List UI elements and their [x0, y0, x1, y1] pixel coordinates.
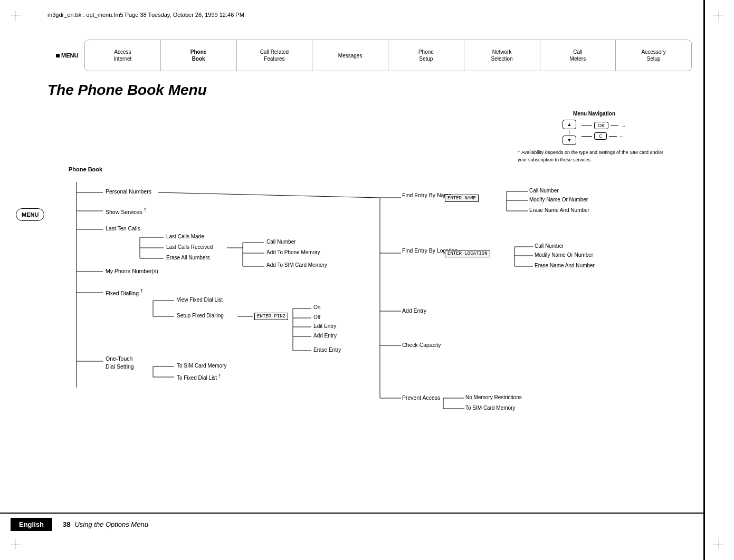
view-fixed-dial-node: View Fixed Dial List	[177, 297, 223, 303]
nav-item-accessory-setup[interactable]: AccessorySetup	[616, 40, 691, 71]
svg-line-48	[158, 192, 380, 198]
enter-location-btn[interactable]: ENTER LOCATION	[445, 250, 490, 257]
nav-ok-c-group: OK → C ←	[582, 122, 626, 140]
to-sim-card-memory-node: To SIM Card Memory	[177, 363, 226, 369]
ok-btn[interactable]: OK	[594, 122, 608, 129]
ok-line	[582, 125, 592, 126]
nav-item-phone-setup[interactable]: PhoneSetup	[388, 40, 464, 71]
check-capacity-node: Check Capacity	[402, 342, 441, 348]
ok-arrow-line	[611, 125, 618, 126]
erase-name-1-node: Erase Name And Number	[529, 207, 589, 213]
modify-name-1-node: Modify Name Or Number	[529, 197, 588, 202]
enter-name-btn[interactable]: ENTER NAME	[445, 195, 479, 202]
footer-language: English	[11, 518, 52, 531]
right-border	[703, 0, 705, 560]
corner-mark-br	[708, 534, 723, 549]
erase-name-2-node: Erase Name And Number	[535, 263, 595, 268]
add-entry-1-node: Add Entry	[313, 333, 337, 339]
last-calls-made-node: Last Calls Made	[166, 234, 204, 239]
diagram-area: MENU	[0, 156, 702, 435]
off-node: Off	[313, 314, 320, 320]
show-services-node: Show Services †	[106, 207, 146, 215]
edit-entry-node: Edit Entry	[313, 323, 336, 329]
menu-nav-title: Menu Navigation	[518, 111, 671, 117]
to-sim-card-memory-2-node: To SIM Card Memory	[465, 405, 515, 411]
nav-item-network-selection[interactable]: NetworkSelection	[464, 40, 540, 71]
corner-mark-tr	[708, 11, 723, 26]
nav-vertical-line	[569, 130, 569, 134]
last-ten-calls-node: Last Ten Calls	[106, 225, 140, 231]
footer: English 38 Using the Options Menu	[0, 513, 703, 531]
enter-pin2-btn[interactable]: ENTER PIN2	[254, 313, 288, 320]
call-number-3-node: Call Number	[535, 243, 564, 249]
modify-name-2-node: Modify Name Or Number	[535, 252, 593, 258]
setup-fixed-dialling-node: Setup Fixed Dialling	[177, 313, 224, 318]
fixed-dialling-node: Fixed Dialling †	[106, 288, 143, 296]
phone-book-label: Phone Book	[69, 166, 102, 172]
erase-entry-node: Erase Entry	[313, 347, 341, 353]
call-number-1-node: Call Number	[266, 239, 296, 245]
footer-description: Using the Options Menu	[74, 520, 148, 528]
c-arrow-icon: ←	[619, 133, 624, 139]
one-touch-dial-node: One-TouchDial Setting	[106, 355, 134, 370]
erase-all-numbers-node: Erase All Numbers	[166, 255, 210, 260]
find-entry-by-name-node: Find Entry By Name	[402, 191, 452, 199]
menu-square-icon	[56, 54, 60, 57]
corner-mark-tl	[11, 11, 26, 26]
add-to-sim-card-memory-node: Add To SIM Card Memory	[266, 262, 327, 268]
nav-item-call-meters[interactable]: CallMeters	[540, 40, 616, 71]
to-fixed-dial-list-node: To Fixed Dial List †	[177, 373, 221, 381]
c-line	[582, 136, 592, 137]
corner-mark-bl	[11, 534, 26, 549]
my-phone-number-node: My Phone Number(s)	[106, 268, 158, 274]
nav-item-messages[interactable]: Messages	[312, 40, 388, 71]
nav-up-btn[interactable]: ▲	[563, 120, 576, 129]
nav-down-btn[interactable]: ▼	[563, 136, 576, 145]
c-btn[interactable]: C	[594, 132, 607, 140]
footer-page-number: 38	[63, 520, 70, 528]
add-entry-2-node: Add Entry	[402, 307, 426, 314]
add-to-phone-memory-node: Add To Phone Memory	[266, 249, 320, 255]
nav-items: AccessInternet PhoneBook Call RelatedFea…	[85, 40, 691, 71]
on-node: On	[313, 304, 320, 310]
menu-button[interactable]: MENU	[16, 208, 44, 221]
nav-updown-group: ▲ ▼	[563, 120, 576, 145]
nav-item-call-related[interactable]: Call RelatedFeatures	[237, 40, 313, 71]
nav-item-phone-book[interactable]: PhoneBook	[161, 40, 237, 71]
ok-arrow-icon: →	[621, 123, 626, 129]
nav-item-access-internet[interactable]: AccessInternet	[85, 40, 161, 71]
menu-label: MENU	[56, 52, 78, 59]
header-text: m3gdr_en.bk : opt_menu.fm5 Page 38 Tuesd…	[47, 12, 244, 18]
no-memory-restrictions-node: No Memory Restrictions	[465, 394, 522, 400]
c-arrow-line	[609, 136, 617, 137]
page-title: The Phone Book Menu	[47, 82, 207, 99]
prevent-access-node: Prevent Access	[402, 394, 440, 401]
last-calls-received-node: Last Calls Received	[166, 244, 213, 250]
nav-bar: MENU AccessInternet PhoneBook Call Relat…	[84, 40, 692, 71]
call-number-2-node: Call Number	[529, 188, 559, 194]
personal-numbers-node: Personal Numbers	[106, 188, 151, 195]
